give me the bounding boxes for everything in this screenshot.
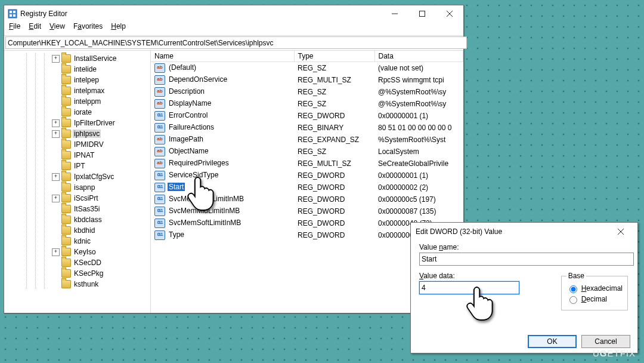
- tree-node[interactable]: +ksthunk: [4, 279, 150, 290]
- menu-view[interactable]: View: [49, 22, 65, 34]
- folder-icon: [61, 183, 71, 192]
- folder-icon: [61, 226, 71, 235]
- tree-node[interactable]: +KSecDD: [4, 257, 150, 268]
- expand-icon[interactable]: +: [52, 195, 60, 202]
- value-row[interactable]: ServiceSidTypeREG_DWORD0x00000001 (1): [151, 170, 463, 182]
- tree-node[interactable]: +IpFilterDriver: [4, 118, 150, 128]
- col-name[interactable]: Name: [151, 51, 294, 62]
- tree-label: kbdclass: [73, 216, 103, 224]
- cancel-button[interactable]: Cancel: [581, 335, 630, 348]
- value-type: REG_SZ: [294, 62, 374, 75]
- binary-value-icon: [154, 195, 165, 204]
- folder-icon: [61, 76, 71, 84]
- value-data-input[interactable]: [419, 281, 519, 294]
- tree-node[interactable]: +intelide: [4, 64, 150, 75]
- value-row[interactable]: StartREG_DWORD0x00000002 (2): [151, 182, 463, 193]
- address-input[interactable]: [5, 36, 467, 49]
- radio-decimal[interactable]: Decimal: [566, 294, 623, 304]
- key-tree[interactable]: +InstallService+intelide+intelpep+intelp…: [4, 51, 151, 313]
- value-type: REG_DWORD: [294, 205, 374, 217]
- svg-rect-2: [13, 11, 16, 13]
- tree-node[interactable]: +InstallService: [4, 53, 150, 64]
- tree-node[interactable]: +kdnic: [4, 236, 150, 247]
- string-value-icon: [154, 135, 165, 144]
- value-data: 0x00000002 (2): [374, 182, 463, 193]
- tree-node[interactable]: +KeyIso: [4, 247, 150, 257]
- tree-node[interactable]: +intelpep: [4, 75, 150, 85]
- folder-icon: [61, 205, 71, 213]
- expand-icon[interactable]: +: [52, 173, 60, 181]
- menu-favorites[interactable]: Favorites: [73, 22, 103, 34]
- menu-help[interactable]: Help: [111, 22, 126, 34]
- value-row[interactable]: SvcMemHardLimitInMBREG_DWORD0x000000c5 (…: [151, 193, 463, 205]
- value-row[interactable]: FailureActionsREG_BINARY80 51 01 00 00 0…: [151, 122, 463, 134]
- tree-node[interactable]: +intelppm: [4, 96, 150, 107]
- tree-node[interactable]: +isapnp: [4, 182, 150, 193]
- svg-rect-6: [420, 11, 425, 17]
- minimize-button[interactable]: [381, 5, 408, 22]
- dialog-close-button[interactable]: [609, 223, 633, 240]
- folder-icon: [61, 237, 71, 245]
- base-fieldset: Base Hexadecimal Decimal: [561, 272, 628, 310]
- titlebar[interactable]: Registry Editor: [4, 5, 463, 22]
- tree-node[interactable]: +IPT: [4, 161, 150, 171]
- close-button[interactable]: [436, 5, 463, 22]
- value-row[interactable]: DisplayNameREG_SZ@%SystemRoot%\sy: [151, 98, 463, 110]
- value-row[interactable]: ErrorControlREG_DWORD0x00000001 (1): [151, 110, 463, 122]
- tree-node[interactable]: +KSecPkg: [4, 268, 150, 279]
- tree-node[interactable]: +kbdclass: [4, 214, 150, 225]
- value-row[interactable]: SvcMemMidLimitInMBREG_DWORD0x00000087 (1…: [151, 205, 463, 217]
- value-name: Type: [168, 230, 185, 239]
- value-name: DisplayName: [168, 99, 212, 107]
- value-type: REG_DWORD: [294, 229, 374, 241]
- value-row[interactable]: ImagePathREG_EXPAND_SZ%SystemRoot%\Syst: [151, 134, 463, 146]
- tree-node[interactable]: +iScsiPrt: [4, 193, 150, 204]
- value-name-input[interactable]: [419, 253, 634, 266]
- folder-icon: [61, 140, 71, 149]
- tree-node[interactable]: +iorate: [4, 107, 150, 118]
- menu-edit[interactable]: Edit: [29, 22, 41, 34]
- tree-node[interactable]: +IPMIDRV: [4, 139, 150, 150]
- folder-icon: [61, 259, 71, 267]
- tree-node[interactable]: +intelpmax: [4, 85, 150, 96]
- value-name: SvcMemSoftLimitInMB: [168, 219, 242, 227]
- tree-node[interactable]: +IPNAT: [4, 150, 150, 161]
- tree-label: kbdhid: [73, 226, 96, 235]
- value-row[interactable]: (Default)REG_SZ(value not set): [151, 62, 463, 75]
- value-type: REG_BINARY: [294, 122, 374, 134]
- expand-icon[interactable]: +: [52, 119, 60, 127]
- folder-icon: [61, 162, 71, 170]
- tree-label: KeyIso: [73, 248, 97, 256]
- menu-file[interactable]: File: [9, 22, 20, 34]
- value-name: Start: [168, 183, 185, 191]
- folder-icon: [61, 280, 71, 288]
- expand-icon[interactable]: +: [52, 55, 60, 63]
- value-type: REG_DWORD: [294, 170, 374, 182]
- ok-button[interactable]: OK: [528, 335, 577, 348]
- radio-hex-input[interactable]: [569, 285, 577, 293]
- tree-label: intelpmax: [73, 87, 106, 95]
- base-legend: Base: [566, 272, 586, 280]
- expand-icon[interactable]: +: [52, 130, 60, 138]
- value-row[interactable]: DescriptionREG_SZ@%SystemRoot%\sy: [151, 86, 463, 98]
- tree-node[interactable]: +iphlpsvc: [4, 128, 150, 139]
- tree-node[interactable]: +IpxlatCfgSvc: [4, 171, 150, 182]
- value-row[interactable]: DependOnServiceREG_MULTI_SZRpcSS winmgmt…: [151, 74, 463, 86]
- value-row[interactable]: ObjectNameREG_SZLocalSystem: [151, 146, 463, 158]
- radio-hexadecimal[interactable]: Hexadecimal: [566, 284, 623, 293]
- value-data: %SystemRoot%\Syst: [374, 134, 463, 146]
- tree-node[interactable]: +kbdhid: [4, 225, 150, 236]
- svg-rect-3: [10, 14, 12, 17]
- col-data[interactable]: Data: [374, 51, 463, 62]
- maximize-button[interactable]: [408, 5, 436, 22]
- tree-node[interactable]: +ItSas35i: [4, 204, 150, 214]
- dialog-titlebar[interactable]: Edit DWORD (32-bit) Value: [411, 223, 637, 241]
- expand-icon[interactable]: +: [52, 248, 60, 256]
- col-type[interactable]: Type: [294, 51, 374, 62]
- folder-icon: [61, 194, 71, 202]
- value-row[interactable]: RequiredPrivilegesREG_MULTI_SZSeCreateGl…: [151, 158, 463, 170]
- value-type: REG_MULTI_SZ: [294, 74, 374, 86]
- radio-dec-input[interactable]: [569, 296, 577, 304]
- tree-label: IPT: [73, 162, 86, 170]
- tree-label: iorate: [73, 108, 93, 116]
